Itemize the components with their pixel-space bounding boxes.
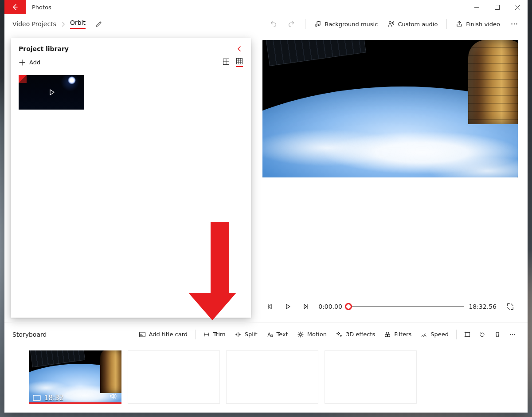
- storyboard-clip[interactable]: 18:32: [29, 350, 121, 404]
- storyboard-empty-slot[interactable]: [226, 350, 318, 404]
- background-music-button[interactable]: Background music: [311, 18, 381, 30]
- finish-video-label: Finish video: [466, 21, 500, 28]
- text-icon: [266, 331, 274, 338]
- seek-knob[interactable]: [345, 303, 352, 310]
- transport-controls: 0:00.00 18:32.56: [262, 297, 518, 318]
- breadcrumb-root[interactable]: Video Projects: [12, 20, 56, 28]
- collapse-library-button[interactable]: [236, 45, 243, 52]
- filters-label: Filters: [394, 331, 411, 338]
- grid-small-toggle[interactable]: [236, 58, 243, 67]
- music-note-icon: [314, 20, 321, 28]
- fullscreen-icon: [506, 303, 514, 311]
- add-media-label: Add: [29, 59, 40, 66]
- trim-icon: [203, 331, 210, 338]
- add-media-button[interactable]: Add: [19, 59, 40, 66]
- add-title-card-label: Add title card: [149, 331, 188, 338]
- rename-project-button[interactable]: [95, 20, 102, 28]
- storyboard-more-button[interactable]: [505, 328, 520, 341]
- delete-clip-button[interactable]: [490, 328, 505, 341]
- sparkle-icon: [336, 331, 343, 338]
- rotate-icon: [479, 331, 485, 338]
- speed-button[interactable]: Speed: [416, 328, 453, 341]
- svg-rect-0: [495, 5, 499, 9]
- text-button[interactable]: Text: [262, 328, 292, 341]
- library-clip-thumbnail[interactable]: [19, 75, 84, 110]
- speed-label: Speed: [430, 331, 449, 338]
- window-minimize-button[interactable]: [466, 0, 487, 14]
- project-library-title: Project library: [19, 45, 69, 52]
- app-title: Photos: [26, 4, 58, 11]
- svg-rect-14: [466, 332, 469, 336]
- divider: [305, 19, 305, 29]
- motion-button[interactable]: Motion: [293, 328, 331, 341]
- add-title-card-button[interactable]: Add title card: [135, 328, 192, 341]
- motion-label: Motion: [307, 331, 327, 338]
- window-maximize-button[interactable]: [487, 0, 507, 14]
- step-forward-icon: [302, 303, 309, 310]
- preview-panel: 0:00.00 18:32.56: [251, 34, 528, 322]
- chevron-right-icon: [60, 21, 66, 28]
- svg-rect-6: [237, 59, 243, 64]
- frame-back-button[interactable]: [263, 300, 277, 313]
- crop-icon: [464, 331, 470, 338]
- ellipsis-icon: [510, 20, 518, 28]
- split-button[interactable]: Split: [231, 328, 262, 341]
- svg-point-9: [299, 333, 301, 335]
- grid-large-toggle[interactable]: [223, 58, 230, 67]
- resize-clip-button[interactable]: [460, 328, 474, 341]
- svg-rect-8: [271, 335, 273, 337]
- undo-button[interactable]: [265, 17, 281, 31]
- grid-2-icon: [223, 58, 230, 65]
- grid-3-icon: [236, 58, 243, 65]
- clip-duration: 18:32: [44, 394, 63, 402]
- back-button[interactable]: [4, 0, 26, 14]
- trim-label: Trim: [213, 331, 226, 338]
- step-back-icon: [266, 303, 274, 310]
- redo-button[interactable]: [284, 17, 300, 31]
- custom-audio-label: Custom audio: [398, 21, 438, 28]
- 3d-effects-label: 3D effects: [346, 331, 375, 338]
- 3d-effects-button[interactable]: 3D effects: [332, 328, 379, 341]
- divider: [446, 19, 447, 29]
- maximize-icon: [495, 5, 500, 10]
- filters-button[interactable]: Filters: [380, 328, 415, 341]
- more-button[interactable]: [506, 17, 522, 31]
- command-bar: Video Projects Orbit Background music Cu…: [4, 14, 528, 34]
- seek-bar[interactable]: [348, 306, 464, 307]
- breadcrumb: Video Projects Orbit: [10, 19, 102, 29]
- play-button[interactable]: [281, 300, 294, 313]
- custom-audio-button[interactable]: Custom audio: [384, 18, 441, 30]
- play-overlay-icon: [47, 88, 55, 96]
- clip-volume-button[interactable]: [109, 392, 117, 400]
- total-time: 18:32.56: [469, 303, 497, 310]
- arrow-left-icon: [12, 4, 19, 11]
- background-music-label: Background music: [325, 21, 378, 28]
- trash-icon: [494, 331, 501, 338]
- minimize-icon: [474, 5, 479, 10]
- split-icon: [235, 331, 242, 338]
- trim-button[interactable]: Trim: [199, 328, 230, 341]
- svg-point-4: [516, 24, 517, 25]
- title-bar: Photos: [4, 0, 528, 14]
- svg-point-1: [389, 22, 391, 24]
- storyboard-title: Storyboard: [12, 331, 47, 338]
- plus-icon: [19, 59, 26, 66]
- editor-body: Project library Add: [4, 34, 528, 322]
- photos-video-editor-window: Photos Video Projects Orbit: [4, 0, 528, 413]
- breadcrumb-project[interactable]: Orbit: [70, 19, 86, 29]
- svg-point-13: [423, 336, 424, 337]
- window-close-button[interactable]: [507, 0, 528, 14]
- fullscreen-button[interactable]: [504, 300, 517, 313]
- preview-canvas[interactable]: [262, 40, 518, 177]
- storyboard-empty-slot[interactable]: [128, 350, 220, 404]
- seek-track: [348, 306, 464, 307]
- rotate-button[interactable]: [475, 328, 489, 341]
- storyboard-strip: 18:32: [4, 346, 528, 413]
- finish-video-button[interactable]: Finish video: [452, 18, 504, 30]
- storyboard-empty-slot[interactable]: [325, 350, 417, 404]
- frame-forward-button[interactable]: [299, 300, 312, 313]
- play-icon: [284, 303, 291, 310]
- svg-point-17: [514, 334, 515, 335]
- speed-icon: [420, 331, 427, 338]
- split-label: Split: [245, 331, 258, 338]
